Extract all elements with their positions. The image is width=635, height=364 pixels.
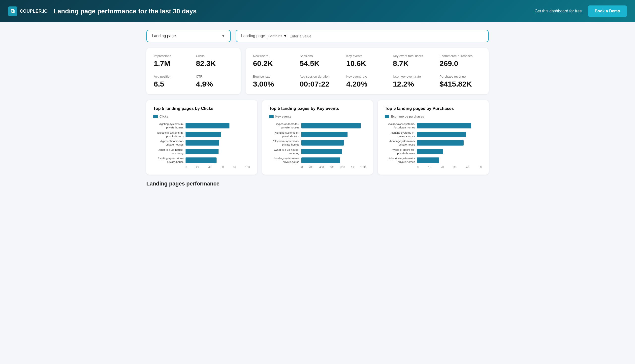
x-axis-label: 800 [341,166,345,168]
clicks-value: 82.3K [196,59,233,68]
sessions-label: Sessions [300,54,341,58]
bar [417,123,471,128]
filter-bar-label: Landing page [241,34,265,38]
main-content: Landing page ▼ Landing page Contains ▼ I… [136,22,499,196]
key-event-rate-value: 4.20% [346,80,388,88]
ecommerce-metric: Ecommerce purchases 269.0 [439,54,481,68]
bar [301,140,344,146]
charts-row: Top 5 landing pages by Clicks Clicks /li… [146,100,489,174]
bar-label: /electrical-systems-in- private-homes [269,139,301,146]
bar-row: /what-is-a-3d-house- rendering [269,148,366,155]
landing-page-dropdown[interactable]: Landing page ▼ [146,30,231,42]
bar-row: /lighting-systems-in- private-homes [385,131,482,138]
bar-row: /electrical-systems-in- private-homes [269,139,366,146]
x-axis-label: 40 [466,166,469,168]
filters-row: Landing page ▼ Landing page Contains ▼ [146,30,489,42]
book-demo-button[interactable]: Book a Demo [588,6,627,17]
x-axis-label: 4K [208,166,212,168]
bar-row: /heating-system-in-a- private-house [385,139,482,146]
filter-type-dropdown[interactable]: Contains ▼ [268,34,287,38]
bar [301,158,340,163]
logo-text: COUPLER.IO [20,9,48,14]
key-events-chart-title: Top 5 landing pages by Key events [269,106,366,111]
x-axis-label: 2K [196,166,199,168]
x-axis-label: 0 [301,166,303,168]
bounce-rate-value: 3.00% [253,80,295,88]
x-axis-label: 8K [233,166,236,168]
key-events-chart-legend: Key events [269,114,366,118]
search-console-metrics: Impressions 1.7M Clicks 82.3K Avg positi… [154,54,233,88]
key-events-label: Key events [346,54,388,58]
bar-label: /solar-power-systems- for-private-homes [385,122,417,130]
bar [417,149,443,154]
bar [301,123,361,128]
bar-label: /what-is-a-3d-house- rendering [153,148,186,155]
key-event-total-value: 8.7K [393,59,435,68]
filter-value-input[interactable] [289,34,483,38]
bar [186,132,221,137]
purchases-x-axis: 01020304050 [417,166,482,168]
purchase-revenue-label: Purchase revenue [439,75,481,78]
purchases-bar-chart: /solar-power-systems- for-private-homes/… [385,122,482,164]
user-key-event-label: User key event rate [393,75,435,78]
bar-label: /lighting-systems-in- private-homes [153,122,186,130]
x-axis-label: 10 [428,166,431,168]
bar [186,158,217,163]
key-event-rate-metric: Key event rate 4.20% [346,75,388,88]
key-event-total-metric: Key event total users 8.7K [393,54,435,68]
key-events-value: 10.6K [346,59,388,68]
avg-position-metric: Avg position 6.5 [154,75,191,88]
bar-label: /types-of-doors-for- private-houses [385,148,417,155]
purchases-chart-card: Top 5 landing pages by Purchases Ecommer… [378,100,489,174]
bar-row: /solar-power-systems- for-private-homes [385,122,482,130]
page-header: ⧉ COUPLER.IO Landing page performance fo… [0,0,635,22]
ecommerce-label: Ecommerce purchases [439,54,481,58]
x-axis-label: 10K [245,166,250,168]
sessions-metric: Sessions 54.5K [300,54,341,68]
bar-label: /types-of-doors-for- private-houses [269,122,301,130]
bar [186,140,219,146]
x-axis-label: 6K [221,166,224,168]
clicks-chart-title: Top 5 landing pages by Clicks [153,106,250,111]
bar-label: /heating-system-in-a- private-house [385,139,417,146]
clicks-legend-color [153,115,158,118]
ga4-card: New users 60.2K Sessions 54.5K Key event… [246,48,489,94]
impressions-label: Impressions [154,54,191,58]
x-axis-label: 0 [417,166,418,168]
get-dashboard-link[interactable]: Get this dashboard for free [534,9,582,14]
bar-row: /heating-system-in-a- private-house [153,156,250,164]
bar-row: /electrical-systems-in- private-homes [385,156,482,164]
bar-label: /lighting-systems-in- private-homes [385,131,417,138]
ga4-metrics-bottom: Bounce rate 3.00% Avg session duration 0… [253,75,481,88]
new-users-metric: New users 60.2K [253,54,295,68]
bar-label: /types-of-doors-for- private-houses [153,139,186,146]
x-axis-label: 20 [441,166,444,168]
x-axis-label: 1K [351,166,354,168]
landing-pages-section-title: Landing pages performance [146,180,489,187]
filter-bar: Landing page Contains ▼ [236,30,489,42]
bar-row: /heating-system-in-a- private-house [269,156,366,164]
x-axis-label: 30 [453,166,456,168]
key-events-legend-color [269,115,274,118]
avg-session-metric: Avg session duration 00:07:22 [300,75,341,88]
search-console-card: Impressions 1.7M Clicks 82.3K Avg positi… [146,48,241,94]
landing-pages-section: Landing pages performance [146,180,489,187]
logo-icon: ⧉ [8,6,17,16]
x-axis-label: 0 [186,166,187,168]
bar-row: /types-of-doors-for- private-houses [269,122,366,130]
user-key-event-value: 12.2% [393,80,435,88]
x-axis-label: 600 [330,166,334,168]
bar-row: /types-of-doors-for- private-houses [153,139,250,146]
new-users-value: 60.2K [253,59,295,68]
x-axis-label: 400 [319,166,324,168]
bounce-rate-label: Bounce rate [253,75,295,78]
avg-position-value: 6.5 [154,80,191,88]
clicks-chart-legend: Clicks [153,114,250,118]
bar-label: /lighting-systems-in- private-homes [269,131,301,138]
key-events-metric: Key events 10.6K [346,54,388,68]
clicks-legend-label: Clicks [160,114,168,118]
bar [301,149,342,154]
key-events-bar-chart: /types-of-doors-for- private-houses/ligh… [269,122,366,164]
key-events-chart-card: Top 5 landing pages by Key events Key ev… [262,100,373,174]
sessions-value: 54.5K [300,59,341,68]
